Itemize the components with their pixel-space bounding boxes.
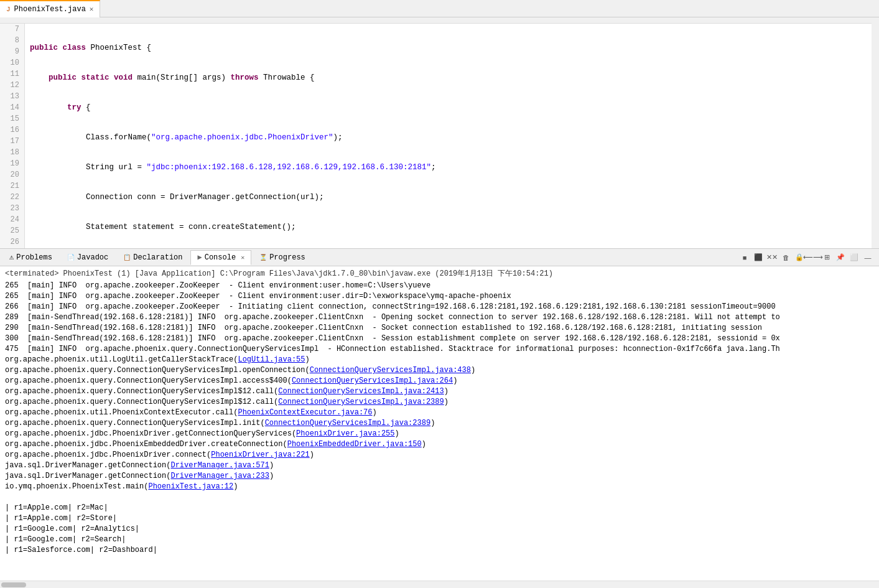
scroll-thumb[interactable]: [1, 582, 26, 587]
stack-link[interactable]: ConnectionQueryServicesImpl.java:2413: [278, 387, 444, 396]
console-line: 265 [main] INFO org.apache.zookeeper.Zoo…: [5, 281, 874, 291]
line-num: 10: [5, 57, 19, 68]
console-output[interactable]: <terminated> PhoenixTest (1) [Java Appli…: [0, 266, 879, 581]
stack-link[interactable]: PhoenixContextExecutor.java:76: [238, 408, 372, 417]
stack-link[interactable]: DriverManager.java:233: [170, 472, 269, 480]
console-line: org.apache.phoenix.query.ConnectionQuery…: [5, 365, 874, 376]
line-num: 22: [5, 192, 19, 203]
terminate-button[interactable]: ⬛: [752, 251, 765, 264]
console-result: | r1=Google.com| r2=Search|: [5, 534, 874, 545]
progress-icon: ⏳: [259, 254, 267, 261]
editor-tab-label: PhoenixTest.java: [14, 5, 86, 14]
console-blank: [5, 492, 874, 503]
line-num: 27: [5, 248, 19, 249]
console-line: 475 [main] INFO org.apache.phoenix.query…: [5, 344, 874, 355]
code-content[interactable]: public class PhoenixTest { public static…: [25, 24, 879, 249]
console-line: org.apache.phoenix.util.PhoenixContextEx…: [5, 408, 874, 418]
panel-toolbar: ■ ⬛ ✕✕ 🗑 🔒 ⟵⟶ ⊞ 📌 ⬜ —: [738, 251, 877, 264]
code-area: 7 8 9 10 11 12 13 14 15 16 17 18 19 20 2…: [0, 24, 879, 249]
console-line: 266 [main] INFO org.apache.zookeeper.Zoo…: [5, 302, 874, 312]
line-num: 23: [5, 203, 19, 214]
console-line: java.sql.DriverManager.getConnection(Dri…: [5, 460, 874, 471]
stack-link[interactable]: DriverManager.java:571: [170, 461, 269, 470]
line-num: 12: [5, 80, 19, 91]
code-line: Statement statement = conn.createStateme…: [30, 222, 874, 233]
console-line: org.apache.phoenix.jdbc.PhoenixDriver.ge…: [5, 429, 874, 439]
console-line: 300 [main-SendThread(192.168.6.128:2181)…: [5, 334, 874, 344]
console-line: org.apache.phoenix.jdbc.PhoenixEmbeddedD…: [5, 439, 874, 450]
panel-tab-bar: ⚠ Problems 📄 Javadoc 📋 Declaration ▶ Con…: [0, 249, 879, 266]
console-result: | r1=Apple.com| r2=Store|: [5, 513, 874, 524]
stack-link[interactable]: PhoenixDriver.java:221: [211, 450, 309, 459]
tab-declaration[interactable]: 📋 Declaration: [116, 250, 189, 265]
line-num: 15: [5, 113, 19, 124]
editor-top-scrollbar[interactable]: [0, 17, 879, 24]
stack-link[interactable]: PhoenixDriver.java:255: [296, 429, 394, 438]
code-line: try {: [30, 102, 874, 113]
line-num: 20: [5, 169, 19, 180]
tab-console[interactable]: ▶ Console ✕: [190, 250, 251, 265]
tab-progress-label: Progress: [269, 253, 305, 262]
line-num: 13: [5, 91, 19, 102]
console-line: org.apache.phoenix.util.LogUtil.getCalle…: [5, 355, 874, 365]
console-line: org.apache.phoenix.query.ConnectionQuery…: [5, 386, 874, 397]
line-num: 11: [5, 68, 19, 80]
java-file-icon: J: [6, 6, 11, 13]
stack-link[interactable]: PhoenixEmbeddedDriver.java:150: [287, 440, 422, 449]
new-console-button[interactable]: ⊞: [821, 251, 833, 264]
line-num: 17: [5, 136, 19, 147]
tab-javadoc[interactable]: 📄 Javadoc: [60, 250, 115, 265]
console-line: org.apache.phoenix.jdbc.PhoenixDriver.co…: [5, 450, 874, 460]
stack-link[interactable]: ConnectionQueryServicesImpl.java:2389: [265, 419, 430, 427]
javadoc-icon: 📄: [67, 254, 75, 261]
code-line: Connection conn = DriverManager.getConne…: [30, 192, 874, 203]
console-line: org.apache.phoenix.query.ConnectionQuery…: [5, 418, 874, 429]
minimize-button[interactable]: —: [862, 251, 874, 264]
declaration-icon: 📋: [123, 254, 131, 261]
line-num: 8: [5, 35, 19, 46]
clear-console-button[interactable]: 🗑: [779, 251, 792, 264]
stack-link[interactable]: ConnectionQueryServicesImpl.java:264: [292, 376, 453, 385]
word-wrap-button[interactable]: ⟵⟶: [807, 251, 819, 264]
tab-problems[interactable]: ⚠ Problems: [2, 250, 59, 265]
code-line: String url = "jdbc:phoenix:192.168.6.128…: [30, 162, 874, 173]
remove-launches-button[interactable]: ✕✕: [766, 251, 778, 264]
line-num: 19: [5, 158, 19, 169]
console-status: <terminated> PhoenixTest (1) [Java Appli…: [5, 269, 874, 279]
pin-console-button[interactable]: 📌: [834, 251, 847, 264]
stack-link[interactable]: ConnectionQueryServicesImpl.java:438: [310, 366, 471, 375]
tab-declaration-label: Declaration: [133, 253, 182, 262]
line-num: 24: [5, 214, 19, 225]
stack-link[interactable]: LogUtil.java:55: [238, 355, 305, 364]
line-num: 14: [5, 102, 19, 113]
line-num: 18: [5, 147, 19, 158]
line-num: 25: [5, 225, 19, 236]
editor-tab[interactable]: J PhoenixTest.java ✕: [0, 0, 100, 17]
console-line: 290 [main-SendThread(192.168.6.128:2181)…: [5, 323, 874, 334]
console-icon: ▶: [197, 253, 202, 262]
stack-link[interactable]: ConnectionQueryServicesImpl.java:2389: [278, 398, 444, 406]
maximize-button[interactable]: ⬜: [848, 251, 860, 264]
close-console-icon[interactable]: ✕: [241, 254, 244, 261]
line-num: 16: [5, 124, 19, 136]
code-line: public static void main(String[] args) t…: [30, 72, 874, 83]
stop-button[interactable]: ■: [738, 251, 751, 264]
console-line: io.ymq.phoenix.PhoenixTest.main(PhoenixT…: [5, 482, 874, 492]
line-numbers: 7 8 9 10 11 12 13 14 15 16 17 18 19 20 2…: [0, 24, 25, 249]
editor-tab-bar: J PhoenixTest.java ✕: [0, 0, 879, 17]
line-num: 7: [5, 24, 19, 35]
tab-problems-label: Problems: [16, 253, 52, 262]
console-line: org.apache.phoenix.query.ConnectionQuery…: [5, 376, 874, 386]
editor-container: J PhoenixTest.java ✕ 7 8 9 10 11 12 13 1…: [0, 0, 879, 249]
line-num: 9: [5, 46, 19, 57]
console-result: | r1=Apple.com| r2=Mac|: [5, 503, 874, 513]
stack-link[interactable]: PhoenixTest.java:12: [148, 482, 233, 491]
close-tab-icon[interactable]: ✕: [90, 5, 94, 13]
line-num: 26: [5, 236, 19, 248]
code-line: Class.forName("org.apache.phoenix.jdbc.P…: [30, 132, 874, 143]
console-horizontal-scrollbar[interactable]: [0, 581, 879, 588]
code-line: public class PhoenixTest {: [30, 42, 874, 54]
tab-console-label: Console: [205, 253, 236, 262]
tab-progress[interactable]: ⏳ Progress: [253, 250, 312, 265]
editor-vertical-scrollbar[interactable]: [872, 17, 879, 249]
